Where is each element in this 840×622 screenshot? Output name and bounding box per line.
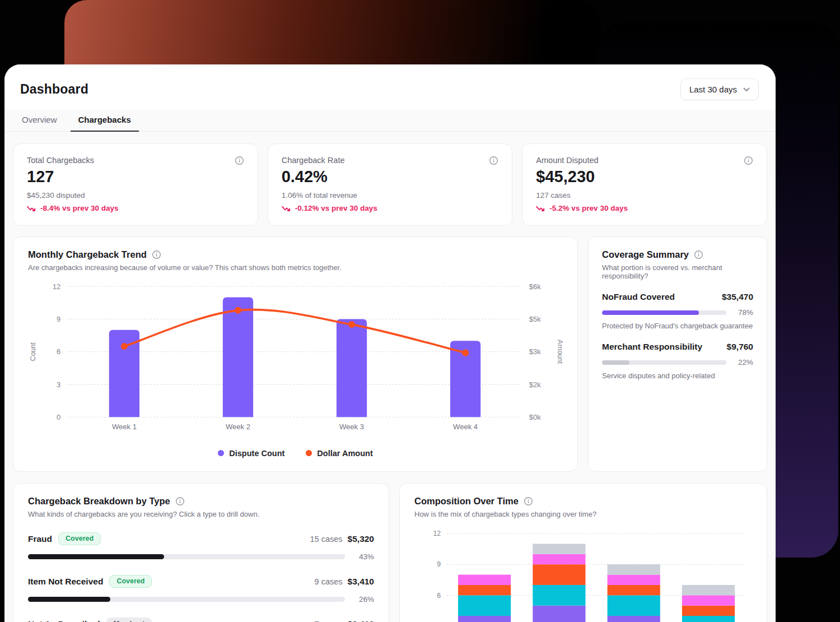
trend-subtitle: Are chargebacks increasing because of vo… (28, 263, 563, 272)
breakdown-fill (28, 597, 110, 602)
breakdown-amount: $3,410 (348, 577, 374, 587)
info-icon[interactable] (694, 250, 703, 259)
kpi-trend-text: -0.12% vs prev 30 days (295, 204, 377, 212)
legend-label: Dollar Amount (317, 449, 372, 458)
composition-subtitle: How is the mix of chargeback types chang… (414, 510, 752, 518)
coverage-row-merchant: Merchant Responsibility $9,760 22% Servi… (602, 342, 753, 380)
breakdown-type: Fraud (28, 534, 52, 544)
legend-dot-purple (218, 450, 224, 456)
tab-chargebacks[interactable]: Chargebacks (71, 110, 139, 132)
coverage-caption: Protected by NoFraud's chargeback guaran… (602, 322, 753, 330)
kpi-value: 127 (27, 168, 244, 186)
legend-label: Dispute Count (229, 449, 284, 458)
tab-bar: Overview Chargebacks (4, 110, 776, 132)
kpi-sub: 127 cases (536, 191, 753, 199)
coverage-title: Coverage Summary (602, 249, 689, 260)
kpi-sub: 1.06% of total revenue (282, 191, 499, 199)
info-icon[interactable] (744, 156, 753, 165)
kpi-trend: -8.4% vs prev 30 days (27, 204, 244, 212)
legend-dot-orange (306, 450, 312, 456)
dashboard-window: Dashboard Last 30 days Overview Chargeba… (4, 64, 776, 622)
breakdown-row-item-not-received[interactable]: Item Not Received Covered 9 cases $3,410… (28, 575, 374, 604)
monthly-trend-card: Monthly Chargeback Trend Are chargebacks… (13, 236, 578, 472)
coverage-subtitle: What portion is covered vs. merchant res… (602, 263, 753, 280)
info-icon[interactable] (152, 250, 161, 259)
breakdown-track (28, 554, 345, 559)
kpi-trend: -5.2% vs prev 30 days (536, 204, 753, 212)
coverage-row-nofraud: NoFraud Covered $35,470 78% Protected by… (602, 292, 753, 330)
coverage-caption: Service disputes and policy-related (602, 372, 753, 380)
coverage-amount: $9,760 (727, 342, 753, 352)
breakdown-track (28, 597, 345, 602)
breakdown-fill (28, 554, 164, 559)
info-icon[interactable] (524, 496, 533, 506)
kpi-card-total-chargebacks: Total Chargebacks 127 $45,230 disputed -… (13, 143, 258, 226)
info-icon[interactable] (489, 156, 498, 165)
svg-text:$2k: $2k (529, 380, 542, 389)
middle-row: Monthly Chargeback Trend Are chargebacks… (13, 236, 767, 472)
bottom-row: Chargeback Breakdown by Type What kinds … (13, 483, 767, 622)
svg-text:$6k: $6k (529, 282, 542, 291)
breakdown-amount: $2,410 (348, 619, 374, 622)
kpi-value: 0.42% (282, 168, 499, 186)
progress-fill (602, 310, 699, 315)
svg-text:Week 2: Week 2 (226, 423, 250, 431)
status-badge-merchant: Merchant (106, 618, 152, 622)
svg-text:0: 0 (57, 413, 60, 421)
breakdown-type: Item Not Received (28, 577, 103, 587)
composition-card: Composition Over Time How is the mix of … (399, 483, 767, 622)
trending-down-icon (282, 205, 291, 212)
breakdown-title: Chargeback Breakdown by Type (28, 496, 170, 507)
svg-text:12: 12 (53, 282, 61, 291)
composition-title: Composition Over Time (414, 496, 519, 507)
svg-text:$5k: $5k (529, 315, 542, 323)
info-icon[interactable] (175, 496, 185, 506)
svg-text:3: 3 (57, 380, 60, 389)
breakdown-type: Not As Described (28, 619, 100, 622)
trend-title: Monthly Chargeback Trend (28, 249, 147, 260)
date-range-select[interactable]: Last 30 days (680, 78, 759, 100)
chart-legend: Dispute Count Dollar Amount (28, 449, 563, 458)
coverage-label: Merchant Responsibility (602, 342, 702, 352)
combo-chart[interactable]: 12$6k9$5k6$3k3$2k0$0kCountAmountWeek 1We… (28, 277, 563, 442)
breakdown-cases: 7 cases (315, 620, 343, 622)
kpi-sub: $45,230 disputed (27, 191, 244, 199)
breakdown-subtitle: What kinds of chargebacks are you receiv… (28, 510, 374, 518)
kpi-trend-text: -8.4% vs prev 30 days (40, 204, 119, 212)
trending-down-icon (27, 205, 36, 212)
breakdown-percent: 26% (352, 595, 374, 604)
svg-text:$3k: $3k (529, 347, 542, 356)
trending-down-icon (536, 205, 545, 212)
kpi-label: Amount Disputed (536, 156, 598, 165)
kpi-trend-text: -5.2% vs prev 30 days (549, 204, 628, 212)
breakdown-cases: 15 cases (310, 535, 343, 544)
breakdown-row-not-as-described[interactable]: Not As Described Merchant 7 cases $2,410… (28, 618, 374, 622)
coverage-amount: $35,470 (722, 292, 753, 302)
content: Total Chargebacks 127 $45,230 disputed -… (4, 132, 776, 622)
svg-text:Week 4: Week 4 (453, 423, 478, 431)
kpi-label: Chargeback Rate (282, 156, 345, 165)
info-icon[interactable] (235, 156, 244, 165)
kpi-card-amount-disputed: Amount Disputed $45,230 127 cases -5.2% … (522, 143, 767, 226)
svg-text:12: 12 (433, 530, 441, 537)
kpi-card-chargeback-rate: Chargeback Rate 0.42% 1.06% of total rev… (268, 143, 513, 226)
svg-text:9: 9 (57, 315, 60, 323)
tab-overview[interactable]: Overview (14, 110, 65, 131)
header: Dashboard Last 30 days (4, 64, 776, 110)
svg-text:$0k: $0k (529, 413, 542, 421)
kpi-trend: -0.12% vs prev 30 days (282, 204, 499, 212)
breakdown-percent: 43% (352, 553, 374, 561)
date-range-value: Last 30 days (689, 85, 737, 94)
svg-text:6: 6 (437, 592, 441, 600)
status-badge-covered: Covered (109, 575, 152, 588)
page-title: Dashboard (20, 82, 88, 97)
coverage-summary-card: Coverage Summary What portion is covered… (588, 236, 767, 472)
breakdown-row-fraud[interactable]: Fraud Covered 15 cases $5,320 43% (28, 532, 374, 561)
svg-text:Week 1: Week 1 (112, 423, 137, 431)
chevron-down-icon (743, 87, 750, 92)
progress-track (602, 310, 726, 315)
kpi-value: $45,230 (536, 168, 753, 186)
progress-fill (602, 360, 629, 365)
coverage-percent: 78% (733, 308, 753, 317)
stacked-bar-chart[interactable]: 129630Week 1Week 2Week 3Week 4 (414, 525, 752, 622)
